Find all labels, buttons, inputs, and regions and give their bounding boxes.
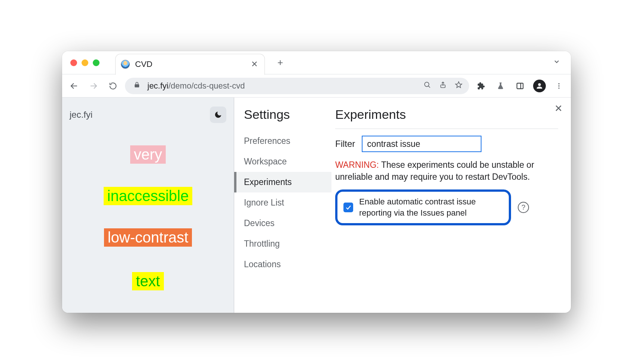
warning-label: WARNING: bbox=[335, 160, 379, 170]
demo-word-low-contrast: low-contrast bbox=[104, 228, 192, 247]
nav-experiments[interactable]: Experiments bbox=[234, 172, 331, 192]
address-bar[interactable]: jec.fyi/demo/cds-quest-cvd bbox=[125, 78, 469, 94]
svg-line-3 bbox=[428, 86, 430, 87]
profile-avatar[interactable] bbox=[532, 78, 547, 93]
share-icon[interactable] bbox=[438, 81, 448, 90]
window-minimize-button[interactable] bbox=[82, 59, 88, 66]
svg-point-10 bbox=[558, 87, 559, 89]
experiment-toggle-card[interactable]: Enable automatic contrast issue reportin… bbox=[335, 189, 511, 225]
demo-words: very inaccessible low-contrast text bbox=[70, 145, 226, 288]
new-tab-button[interactable]: + bbox=[274, 56, 287, 69]
filter-row: Filter bbox=[335, 136, 558, 152]
browser-tab[interactable]: CVD ✕ bbox=[115, 54, 265, 75]
bookmark-star-icon[interactable] bbox=[453, 81, 464, 90]
filter-label: Filter bbox=[335, 139, 355, 149]
window-traffic-lights bbox=[70, 59, 100, 66]
tab-title: CVD bbox=[135, 59, 246, 69]
svg-point-2 bbox=[425, 82, 429, 87]
content-area: jec.fyi very inaccessible low-contrast t… bbox=[62, 98, 571, 313]
settings-body: Experiments Filter WARNING: These experi… bbox=[331, 98, 571, 313]
tab-favicon bbox=[121, 60, 130, 69]
url-text: jec.fyi/demo/cds-quest-cvd bbox=[147, 81, 417, 91]
side-panel-icon[interactable] bbox=[513, 78, 528, 93]
extensions-icon[interactable] bbox=[474, 78, 489, 93]
forward-button[interactable] bbox=[86, 78, 101, 93]
warning-text: WARNING: These experiments could be unst… bbox=[335, 159, 558, 183]
browser-toolbar: jec.fyi/demo/cds-quest-cvd bbox=[62, 74, 571, 98]
tabs-dropdown-icon[interactable] bbox=[549, 56, 564, 70]
titlebar: CVD ✕ + bbox=[62, 51, 571, 74]
experiment-label: Enable automatic contrast issue reportin… bbox=[359, 196, 503, 218]
demo-word-inaccessible: inaccessible bbox=[104, 187, 193, 205]
filter-input[interactable] bbox=[362, 136, 481, 152]
devtools-settings-panel: ✕ Settings Preferences Workspace Experim… bbox=[234, 98, 571, 313]
tab-close-icon[interactable]: ✕ bbox=[251, 59, 258, 69]
experiment-checkbox[interactable] bbox=[343, 203, 353, 212]
settings-heading: Settings bbox=[234, 107, 331, 131]
reload-button[interactable] bbox=[106, 78, 120, 93]
help-icon[interactable]: ? bbox=[518, 202, 529, 213]
browser-window: CVD ✕ + j bbox=[62, 51, 571, 313]
svg-marker-5 bbox=[456, 82, 462, 88]
divider bbox=[335, 129, 558, 129]
svg-rect-6 bbox=[517, 83, 523, 89]
settings-sidebar: Settings Preferences Workspace Experimen… bbox=[234, 98, 331, 313]
page-viewport: jec.fyi very inaccessible low-contrast t… bbox=[62, 98, 234, 313]
nav-locations[interactable]: Locations bbox=[234, 254, 331, 275]
labs-icon[interactable] bbox=[493, 78, 508, 93]
close-icon[interactable]: ✕ bbox=[554, 103, 563, 114]
nav-preferences[interactable]: Preferences bbox=[234, 131, 331, 151]
panel-title: Experiments bbox=[335, 107, 558, 122]
nav-ignore-list[interactable]: Ignore List bbox=[234, 192, 331, 213]
demo-word-text: text bbox=[132, 272, 163, 290]
window-maximize-button[interactable] bbox=[93, 59, 100, 66]
window-close-button[interactable] bbox=[70, 59, 77, 66]
svg-point-9 bbox=[558, 85, 559, 86]
back-button[interactable] bbox=[67, 78, 82, 93]
kebab-menu-icon[interactable] bbox=[551, 78, 566, 93]
site-title: jec.fyi bbox=[70, 109, 92, 120]
lock-icon bbox=[132, 81, 142, 90]
demo-word-very: very bbox=[130, 145, 166, 164]
nav-throttling[interactable]: Throttling bbox=[234, 234, 331, 254]
nav-devices[interactable]: Devices bbox=[234, 213, 331, 234]
zoom-icon[interactable] bbox=[422, 81, 432, 90]
nav-workspace[interactable]: Workspace bbox=[234, 151, 331, 172]
dark-mode-toggle[interactable] bbox=[210, 107, 226, 123]
svg-point-8 bbox=[558, 83, 559, 84]
